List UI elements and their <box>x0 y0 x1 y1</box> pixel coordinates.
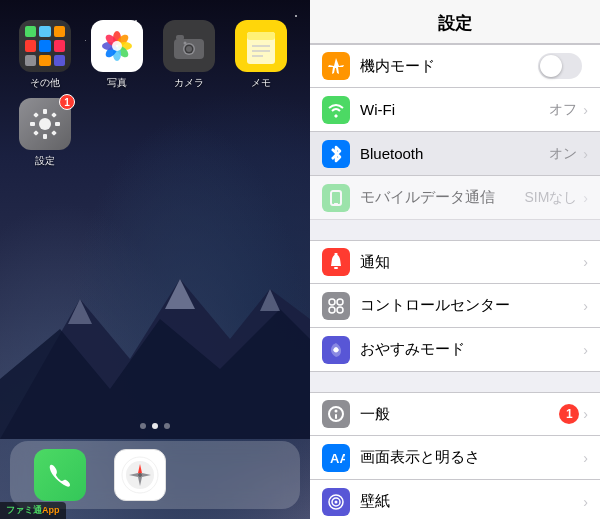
display-chevron: › <box>583 450 588 466</box>
settings-row-display[interactable]: AA 画面表示と明るさ › <box>310 436 600 480</box>
svg-rect-52 <box>335 414 337 419</box>
svg-marker-1 <box>0 309 310 439</box>
control-chevron: › <box>583 298 588 314</box>
settings-row-wifi[interactable]: Wi-Fi オフ › <box>310 88 600 132</box>
wallpaper-icon <box>322 488 350 516</box>
svg-point-26 <box>39 118 51 130</box>
settings-list: 機内モード Wi-Fi オフ › <box>310 44 600 519</box>
page-dot-2[interactable] <box>164 423 170 429</box>
memo-icon <box>235 20 287 72</box>
app-photos[interactable]: 写真 <box>87 20 147 90</box>
wifi-chevron: › <box>583 102 588 118</box>
dnd-label: おやすみモード <box>360 340 583 359</box>
settings-row-dnd[interactable]: おやすみモード › <box>310 328 600 372</box>
settings-row-bluetooth[interactable]: Bluetooth オン › <box>310 132 600 176</box>
dnd-icon <box>322 336 350 364</box>
settings-section-notifications: 通知 › コントロールセンター › <box>310 240 600 372</box>
memo-label: メモ <box>251 76 271 90</box>
notification-label: 通知 <box>360 253 583 272</box>
settings-title: 設定 <box>438 14 472 33</box>
airplane-toggle-knob <box>540 55 562 77</box>
watermark-fami: ファミ通 <box>6 505 42 515</box>
mobile-label: モバイルデータ通信 <box>360 188 524 207</box>
home-screen: その他 <box>0 0 310 519</box>
svg-rect-30 <box>55 122 60 126</box>
watermark-app: App <box>42 505 60 515</box>
display-icon: AA <box>322 444 350 472</box>
safari-icon <box>114 449 166 501</box>
gap-2 <box>310 372 600 392</box>
camera-icon <box>163 20 215 72</box>
svg-point-14 <box>112 41 122 51</box>
dock <box>10 441 300 509</box>
photos-label: 写真 <box>107 76 127 90</box>
airplane-label: 機内モード <box>360 57 538 76</box>
app-sonota[interactable]: その他 <box>15 20 75 90</box>
wifi-label: Wi-Fi <box>360 101 549 118</box>
svg-rect-44 <box>334 267 338 269</box>
airplane-toggle[interactable] <box>538 53 582 79</box>
settings-row-general[interactable]: 一般 1 › <box>310 392 600 436</box>
mobile-value: SIMなし <box>524 189 577 207</box>
notification-icon <box>322 248 350 276</box>
settings-header: 設定 <box>310 0 600 44</box>
svg-point-47 <box>337 299 343 305</box>
control-icon <box>322 292 350 320</box>
general-badge: 1 <box>559 404 579 424</box>
settings-row-wallpaper[interactable]: 壁紙 › <box>310 480 600 519</box>
page-dot-1[interactable] <box>152 423 158 429</box>
svg-point-19 <box>186 46 192 52</box>
svg-text:AA: AA <box>330 451 345 466</box>
svg-rect-27 <box>43 109 47 114</box>
settings-icon: 1 <box>19 98 71 150</box>
svg-point-46 <box>329 299 335 305</box>
app-settings[interactable]: 1 <box>15 98 75 168</box>
icon-row-1: その他 <box>15 20 295 90</box>
svg-rect-31 <box>33 112 39 118</box>
svg-rect-33 <box>33 130 39 136</box>
dock-safari[interactable] <box>110 449 170 501</box>
wallpaper-chevron: › <box>583 494 588 510</box>
mobile-icon <box>322 184 350 212</box>
notification-chevron: › <box>583 254 588 270</box>
app-memo[interactable]: メモ <box>231 20 291 90</box>
svg-rect-43 <box>334 203 338 205</box>
mountain-silhouette <box>0 239 310 439</box>
sonota-label: その他 <box>30 76 60 90</box>
dock-phone[interactable] <box>30 449 90 501</box>
svg-point-41 <box>138 473 142 477</box>
app-camera[interactable]: カメラ <box>159 20 219 90</box>
svg-rect-32 <box>51 112 57 118</box>
airplane-icon <box>322 52 350 80</box>
svg-rect-22 <box>247 32 275 40</box>
bluetooth-label: Bluetooth <box>360 145 549 162</box>
icon-row-2: 1 <box>15 98 295 168</box>
settings-row-control[interactable]: コントロールセンター › <box>310 284 600 328</box>
settings-panel: 設定 機内モード <box>310 0 600 519</box>
settings-row-notification[interactable]: 通知 › <box>310 240 600 284</box>
control-label: コントロールセンター <box>360 296 583 315</box>
phone-icon <box>34 449 86 501</box>
camera-label: カメラ <box>174 76 204 90</box>
gap-1 <box>310 220 600 240</box>
settings-badge: 1 <box>59 94 75 110</box>
general-icon <box>322 400 350 428</box>
watermark: ファミ通App <box>0 502 66 519</box>
bluetooth-icon <box>322 140 350 168</box>
settings-row-mobile: モバイルデータ通信 SIMなし › <box>310 176 600 220</box>
general-chevron: › <box>583 406 588 422</box>
svg-rect-16 <box>176 35 184 40</box>
bluetooth-chevron: › <box>583 146 588 162</box>
wifi-value: オフ <box>549 101 577 119</box>
display-label: 画面表示と明るさ <box>360 448 583 467</box>
wifi-icon <box>322 96 350 124</box>
svg-rect-42 <box>331 191 341 205</box>
bluetooth-value: オン <box>549 145 577 163</box>
mobile-chevron: › <box>583 190 588 206</box>
svg-point-49 <box>337 307 343 313</box>
svg-point-20 <box>184 42 187 45</box>
page-dot-0[interactable] <box>140 423 146 429</box>
settings-row-airplane[interactable]: 機内モード <box>310 44 600 88</box>
svg-rect-34 <box>51 130 57 136</box>
photos-icon <box>91 20 143 72</box>
